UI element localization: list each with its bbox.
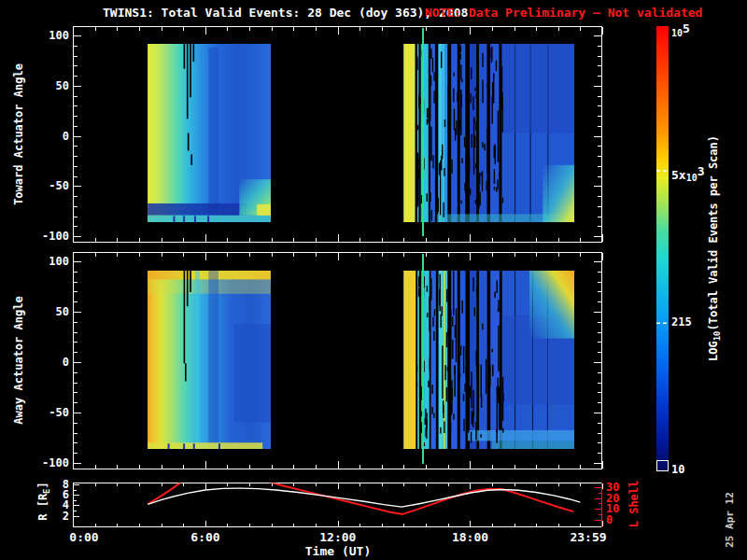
ytick-away-100: 100 bbox=[26, 256, 69, 267]
ltick-0: 0 bbox=[606, 514, 613, 525]
away-axis-label: Away Actuator Angle bbox=[13, 296, 24, 424]
colorbar-tick-215: 215 bbox=[671, 316, 692, 328]
ytick-toward-0: 0 bbox=[26, 131, 69, 142]
plot-title: TWINS1: Total Valid Events: 28 Dec (doy … bbox=[103, 7, 468, 20]
ytick-away-50: 50 bbox=[26, 306, 69, 317]
ytick-toward--50: -50 bbox=[26, 180, 69, 191]
twins-plot-screen: TWINS1: Total Valid Events: 28 Dec (doy … bbox=[0, 0, 747, 560]
xtick-0:00: 0:00 bbox=[69, 531, 98, 543]
plot-canvas bbox=[0, 0, 747, 560]
toward-axis-label: Toward Actuator Angle bbox=[13, 63, 24, 205]
colorbar-tick-5e3: 5x103 bbox=[671, 169, 705, 182]
ytick-r-2: 2 bbox=[28, 511, 69, 522]
time-axis-label: Time (UT) bbox=[305, 545, 371, 557]
ytick-toward-100: 100 bbox=[26, 30, 69, 41]
xtick-12:00: 12:00 bbox=[319, 531, 356, 543]
xtick-18:00: 18:00 bbox=[452, 531, 488, 543]
ytick-away--50: -50 bbox=[26, 407, 69, 418]
ytick-away--100: -100 bbox=[26, 457, 69, 469]
lshell-axis-label: L Shell bbox=[628, 481, 640, 528]
xtick-23:59: 23:59 bbox=[570, 531, 606, 543]
ytick-toward-50: 50 bbox=[26, 80, 69, 91]
date-stamp: 25 Apr 12 bbox=[725, 492, 736, 548]
colorbar-tick-10: 10 bbox=[671, 464, 684, 475]
colorbar-title: LOG10(Total Valid Events per Scan) bbox=[708, 135, 720, 361]
preliminary-note: NOTE: Data Preliminary – Not validated bbox=[425, 7, 702, 20]
ytick-away-0: 0 bbox=[26, 357, 69, 368]
ytick-toward--100: -100 bbox=[26, 231, 69, 242]
xtick-6:00: 6:00 bbox=[190, 531, 219, 543]
colorbar-tick-top: 105 bbox=[671, 27, 690, 39]
